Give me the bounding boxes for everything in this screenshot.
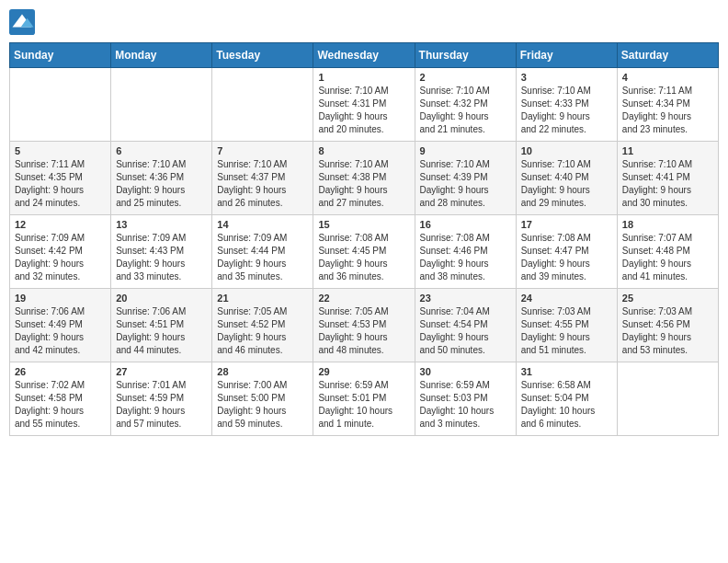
day-info: Sunrise: 7:00 AM Sunset: 5:00 PM Dayligh… bbox=[217, 379, 308, 431]
day-number: 2 bbox=[420, 72, 511, 83]
day-info: Sunrise: 7:08 AM Sunset: 4:47 PM Dayligh… bbox=[521, 232, 612, 283]
page: SundayMondayTuesdayWednesdayThursdayFrid… bbox=[0, 0, 728, 563]
calendar-cell: 2Sunrise: 7:10 AM Sunset: 4:32 PM Daylig… bbox=[415, 68, 516, 142]
day-number: 21 bbox=[217, 293, 308, 304]
calendar-cell: 9Sunrise: 7:10 AM Sunset: 4:39 PM Daylig… bbox=[415, 142, 516, 215]
calendar-cell: 14Sunrise: 7:09 AM Sunset: 4:44 PM Dayli… bbox=[212, 215, 313, 289]
day-info: Sunrise: 7:10 AM Sunset: 4:41 PM Dayligh… bbox=[622, 158, 713, 210]
calendar-cell: 21Sunrise: 7:05 AM Sunset: 4:52 PM Dayli… bbox=[212, 289, 313, 362]
weekday-header-friday: Friday bbox=[516, 43, 617, 68]
day-info: Sunrise: 7:04 AM Sunset: 4:54 PM Dayligh… bbox=[420, 305, 511, 357]
week-row-3: 12Sunrise: 7:09 AM Sunset: 4:42 PM Dayli… bbox=[10, 215, 719, 289]
day-number: 6 bbox=[116, 145, 207, 156]
day-info: Sunrise: 7:05 AM Sunset: 4:53 PM Dayligh… bbox=[318, 305, 409, 357]
day-info: Sunrise: 7:10 AM Sunset: 4:39 PM Dayligh… bbox=[420, 158, 511, 210]
day-info: Sunrise: 7:07 AM Sunset: 4:48 PM Dayligh… bbox=[622, 232, 713, 283]
day-info: Sunrise: 7:09 AM Sunset: 4:43 PM Dayligh… bbox=[116, 232, 207, 283]
day-number: 5 bbox=[15, 145, 106, 156]
weekday-header-row: SundayMondayTuesdayWednesdayThursdayFrid… bbox=[10, 43, 719, 68]
week-row-2: 5Sunrise: 7:11 AM Sunset: 4:35 PM Daylig… bbox=[10, 142, 719, 215]
week-row-5: 26Sunrise: 7:02 AM Sunset: 4:58 PM Dayli… bbox=[10, 362, 719, 436]
calendar-cell: 1Sunrise: 7:10 AM Sunset: 4:31 PM Daylig… bbox=[313, 68, 415, 142]
weekday-header-thursday: Thursday bbox=[415, 43, 516, 68]
calendar-cell: 23Sunrise: 7:04 AM Sunset: 4:54 PM Dayli… bbox=[415, 289, 516, 362]
day-number: 3 bbox=[521, 72, 612, 83]
logo bbox=[9, 9, 37, 35]
calendar-cell: 13Sunrise: 7:09 AM Sunset: 4:43 PM Dayli… bbox=[111, 215, 212, 289]
day-number: 15 bbox=[318, 219, 409, 230]
calendar-cell: 28Sunrise: 7:00 AM Sunset: 5:00 PM Dayli… bbox=[212, 362, 313, 436]
weekday-header-tuesday: Tuesday bbox=[212, 43, 313, 68]
weekday-header-wednesday: Wednesday bbox=[313, 43, 415, 68]
day-info: Sunrise: 7:10 AM Sunset: 4:36 PM Dayligh… bbox=[116, 158, 207, 210]
day-info: Sunrise: 7:02 AM Sunset: 4:58 PM Dayligh… bbox=[15, 379, 106, 431]
calendar-cell: 11Sunrise: 7:10 AM Sunset: 4:41 PM Dayli… bbox=[617, 142, 718, 215]
calendar-table: SundayMondayTuesdayWednesdayThursdayFrid… bbox=[9, 42, 719, 436]
day-info: Sunrise: 6:59 AM Sunset: 5:01 PM Dayligh… bbox=[318, 379, 409, 431]
weekday-header-saturday: Saturday bbox=[617, 43, 718, 68]
calendar-cell: 22Sunrise: 7:05 AM Sunset: 4:53 PM Dayli… bbox=[313, 289, 415, 362]
calendar-cell: 27Sunrise: 7:01 AM Sunset: 4:59 PM Dayli… bbox=[111, 362, 212, 436]
calendar-cell: 24Sunrise: 7:03 AM Sunset: 4:55 PM Dayli… bbox=[516, 289, 617, 362]
day-number: 16 bbox=[420, 219, 511, 230]
calendar-cell: 12Sunrise: 7:09 AM Sunset: 4:42 PM Dayli… bbox=[10, 215, 111, 289]
day-number: 4 bbox=[622, 72, 713, 83]
day-info: Sunrise: 6:58 AM Sunset: 5:04 PM Dayligh… bbox=[521, 379, 612, 431]
day-info: Sunrise: 7:10 AM Sunset: 4:37 PM Dayligh… bbox=[217, 158, 308, 210]
day-info: Sunrise: 7:01 AM Sunset: 4:59 PM Dayligh… bbox=[116, 379, 207, 431]
day-number: 10 bbox=[521, 145, 612, 156]
day-info: Sunrise: 7:08 AM Sunset: 4:45 PM Dayligh… bbox=[318, 232, 409, 283]
weekday-header-monday: Monday bbox=[111, 43, 212, 68]
day-info: Sunrise: 7:08 AM Sunset: 4:46 PM Dayligh… bbox=[420, 232, 511, 283]
day-info: Sunrise: 7:10 AM Sunset: 4:40 PM Dayligh… bbox=[521, 158, 612, 210]
day-number: 18 bbox=[622, 219, 713, 230]
calendar-cell: 15Sunrise: 7:08 AM Sunset: 4:45 PM Dayli… bbox=[313, 215, 415, 289]
day-number: 19 bbox=[15, 293, 106, 304]
day-number: 11 bbox=[622, 145, 713, 156]
day-number: 12 bbox=[15, 219, 106, 230]
calendar-cell: 19Sunrise: 7:06 AM Sunset: 4:49 PM Dayli… bbox=[10, 289, 111, 362]
day-number: 27 bbox=[116, 366, 207, 377]
day-info: Sunrise: 7:10 AM Sunset: 4:33 PM Dayligh… bbox=[521, 85, 612, 136]
calendar-cell: 29Sunrise: 6:59 AM Sunset: 5:01 PM Dayli… bbox=[313, 362, 415, 436]
day-info: Sunrise: 7:06 AM Sunset: 4:49 PM Dayligh… bbox=[15, 305, 106, 357]
calendar-cell: 20Sunrise: 7:06 AM Sunset: 4:51 PM Dayli… bbox=[111, 289, 212, 362]
calendar-cell: 3Sunrise: 7:10 AM Sunset: 4:33 PM Daylig… bbox=[516, 68, 617, 142]
day-info: Sunrise: 7:11 AM Sunset: 4:35 PM Dayligh… bbox=[15, 158, 106, 210]
calendar-cell: 30Sunrise: 6:59 AM Sunset: 5:03 PM Dayli… bbox=[415, 362, 516, 436]
day-number: 30 bbox=[420, 366, 511, 377]
calendar-cell: 18Sunrise: 7:07 AM Sunset: 4:48 PM Dayli… bbox=[617, 215, 718, 289]
day-info: Sunrise: 7:09 AM Sunset: 4:42 PM Dayligh… bbox=[15, 232, 106, 283]
day-info: Sunrise: 7:10 AM Sunset: 4:38 PM Dayligh… bbox=[318, 158, 409, 210]
day-info: Sunrise: 7:10 AM Sunset: 4:31 PM Dayligh… bbox=[318, 85, 409, 136]
day-number: 29 bbox=[318, 366, 409, 377]
day-info: Sunrise: 7:06 AM Sunset: 4:51 PM Dayligh… bbox=[116, 305, 207, 357]
calendar-cell: 7Sunrise: 7:10 AM Sunset: 4:37 PM Daylig… bbox=[212, 142, 313, 215]
calendar-cell: 6Sunrise: 7:10 AM Sunset: 4:36 PM Daylig… bbox=[111, 142, 212, 215]
day-info: Sunrise: 7:10 AM Sunset: 4:32 PM Dayligh… bbox=[420, 85, 511, 136]
calendar-cell: 8Sunrise: 7:10 AM Sunset: 4:38 PM Daylig… bbox=[313, 142, 415, 215]
day-info: Sunrise: 7:11 AM Sunset: 4:34 PM Dayligh… bbox=[622, 85, 713, 136]
calendar-cell: 25Sunrise: 7:03 AM Sunset: 4:56 PM Dayli… bbox=[617, 289, 718, 362]
calendar-cell bbox=[617, 362, 718, 436]
day-info: Sunrise: 7:03 AM Sunset: 4:55 PM Dayligh… bbox=[521, 305, 612, 357]
week-row-4: 19Sunrise: 7:06 AM Sunset: 4:49 PM Dayli… bbox=[10, 289, 719, 362]
day-info: Sunrise: 7:03 AM Sunset: 4:56 PM Dayligh… bbox=[622, 305, 713, 357]
weekday-header-sunday: Sunday bbox=[10, 43, 111, 68]
day-number: 24 bbox=[521, 293, 612, 304]
logo-icon bbox=[9, 9, 35, 35]
day-number: 1 bbox=[318, 72, 409, 83]
day-info: Sunrise: 6:59 AM Sunset: 5:03 PM Dayligh… bbox=[420, 379, 511, 431]
day-number: 31 bbox=[521, 366, 612, 377]
week-row-1: 1Sunrise: 7:10 AM Sunset: 4:31 PM Daylig… bbox=[10, 68, 719, 142]
calendar-cell: 10Sunrise: 7:10 AM Sunset: 4:40 PM Dayli… bbox=[516, 142, 617, 215]
calendar-cell: 16Sunrise: 7:08 AM Sunset: 4:46 PM Dayli… bbox=[415, 215, 516, 289]
calendar-cell bbox=[10, 68, 111, 142]
calendar-cell: 31Sunrise: 6:58 AM Sunset: 5:04 PM Dayli… bbox=[516, 362, 617, 436]
calendar-cell: 17Sunrise: 7:08 AM Sunset: 4:47 PM Dayli… bbox=[516, 215, 617, 289]
day-number: 7 bbox=[217, 145, 308, 156]
header bbox=[9, 9, 719, 35]
day-number: 26 bbox=[15, 366, 106, 377]
calendar-cell: 5Sunrise: 7:11 AM Sunset: 4:35 PM Daylig… bbox=[10, 142, 111, 215]
day-number: 23 bbox=[420, 293, 511, 304]
